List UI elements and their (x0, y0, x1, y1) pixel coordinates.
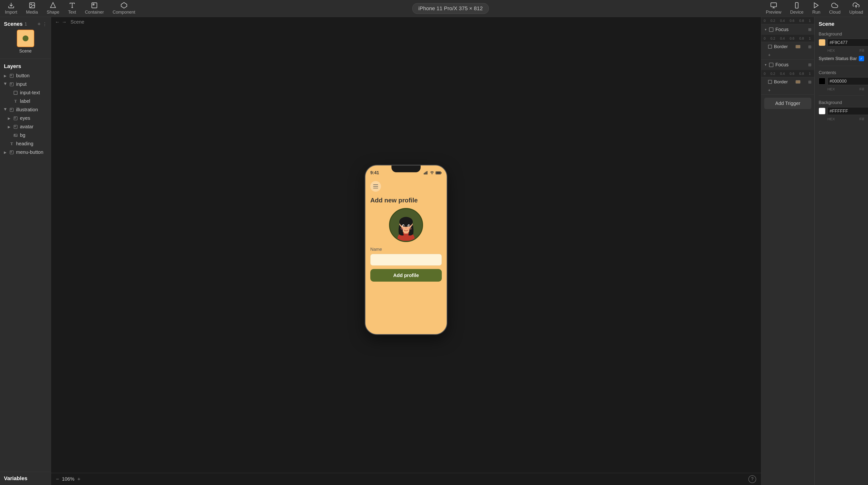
ruler-02: 0.2 (771, 19, 775, 23)
bg-hex-label: HEX (827, 48, 835, 53)
layer-eyes-label: eyes (20, 116, 30, 121)
contents-group: Contents ↗ HEX Fill (819, 70, 864, 91)
bg2-hex-label: HEX (827, 117, 835, 121)
add-trigger-button[interactable]: Add Trigger (764, 98, 811, 109)
border-props-1[interactable]: ⊞ (808, 44, 811, 49)
bg-color-swatch[interactable] (819, 39, 826, 46)
focus-section-1: ▼ Focus ⊞ 0 0.2 0.4 0.6 0.8 1 1.2 Border (761, 24, 814, 60)
contents-hex-label: HEX (827, 87, 835, 91)
fr2-0: 0 (764, 72, 766, 75)
layer-input-text[interactable]: input-text (0, 89, 51, 97)
shape-button[interactable]: Shape (47, 2, 59, 15)
zoom-out-button[interactable]: − (56, 476, 59, 482)
text-icon-label: T (13, 99, 18, 104)
layer-avatar[interactable]: ▶ avatar (0, 123, 51, 131)
border-item-1[interactable]: Border ⊞ (761, 42, 814, 51)
image-icon-bg (13, 133, 18, 138)
svg-rect-30 (425, 172, 426, 174)
name-input-field[interactable] (370, 254, 442, 266)
hamburger-line-3 (373, 188, 378, 188)
focus-expand-1[interactable]: ⊞ (808, 27, 811, 32)
svg-rect-28 (11, 151, 12, 152)
layer-label[interactable]: T label (0, 97, 51, 105)
canvas-scene-label: Scene (70, 19, 84, 25)
scenes-header: Scenes 1 + ⋮ (0, 17, 51, 30)
layer-menu-button-label: menu-button (16, 150, 43, 155)
border-swatch-1 (796, 45, 800, 48)
focus-expand-2[interactable]: ⊞ (808, 62, 811, 67)
border-props-2[interactable]: ⊞ (808, 80, 811, 84)
right-panel-title: Scene (819, 21, 864, 27)
run-button[interactable]: Run (812, 2, 820, 15)
cloud-label: Cloud (829, 10, 840, 15)
bg2-color-swatch[interactable] (819, 108, 826, 115)
upload-button[interactable]: Upload (849, 2, 863, 15)
component-button[interactable]: Component (113, 2, 135, 15)
background2-group: Background ↗ HEX Fill (819, 100, 864, 121)
layer-illustration[interactable]: ▶ illustration (0, 105, 51, 114)
focus-ruler-2: 0 0.2 0.4 0.6 0.8 1 1.2 (761, 70, 814, 77)
ruler-area: 0 0.2 0.4 0.6 0.8 1 1.2 (761, 17, 814, 24)
menu-button-phone[interactable] (370, 181, 381, 192)
system-status-bar-label: System Status Bar (819, 56, 857, 61)
phone-status-icons (424, 171, 442, 174)
zoom-in-button[interactable]: + (77, 476, 81, 482)
add-profile-button[interactable]: Add profile (370, 269, 442, 282)
layer-eyes[interactable]: ▶ eyes (0, 114, 51, 123)
back-button[interactable]: ← (55, 19, 60, 25)
add-scene-button[interactable]: + (37, 21, 41, 27)
focus-header-2[interactable]: ▼ Focus ⊞ (761, 60, 814, 70)
contents-color-input[interactable] (827, 77, 868, 85)
preview-label: Preview (766, 10, 781, 15)
bg2-color-input[interactable] (827, 107, 868, 115)
run-label: Run (812, 10, 820, 15)
component-icon-button (9, 73, 14, 78)
text-button[interactable]: Text (68, 2, 76, 15)
svg-point-47 (409, 225, 410, 226)
focus-header-1[interactable]: ▼ Focus ⊞ (761, 24, 814, 35)
bg2-color-row: ↗ (819, 107, 864, 115)
svg-rect-25 (14, 134, 17, 136)
border-label-2: Border (774, 79, 788, 85)
name-label: Name (370, 247, 442, 252)
component-icon-menu-button (9, 150, 14, 155)
canvas-body[interactable]: 9:41 (51, 27, 761, 473)
device-badge[interactable]: iPhone 11 Pro/X 375 × 812 (412, 3, 489, 14)
toolbar-right: Preview Device Run Cloud (766, 2, 863, 15)
layer-menu-button[interactable]: ▶ menu-button (0, 148, 51, 157)
contents-color-swatch[interactable] (819, 78, 826, 85)
layer-button[interactable]: ▶ button (0, 71, 51, 80)
contents-fill-label: Fill (860, 87, 864, 91)
layers-list: ▶ button ▶ input (0, 71, 51, 472)
ruler-1: 1 (809, 19, 811, 23)
nav-arrows: ← → (55, 19, 67, 25)
background-label: Background (819, 32, 864, 37)
import-button[interactable]: Import (5, 2, 17, 15)
forward-button[interactable]: → (62, 19, 67, 25)
fr1-04: 0.4 (780, 36, 785, 40)
component-icon-avatar (13, 124, 18, 129)
media-button[interactable]: Media (26, 2, 38, 15)
contents-label: Contents (819, 70, 864, 75)
layer-arrow-illustration: ▶ (4, 108, 7, 111)
variables-section: Variables (0, 472, 51, 485)
scenes-options-button[interactable]: ⋮ (42, 21, 47, 27)
fr2-04: 0.4 (780, 72, 785, 75)
help-button[interactable]: ? (748, 475, 756, 483)
system-status-bar-checkbox[interactable]: ✓ (859, 56, 864, 61)
svg-rect-20 (11, 109, 12, 110)
scene-thumb-preview (17, 30, 34, 47)
container-button[interactable]: Container (85, 2, 104, 15)
preview-button[interactable]: Preview (766, 2, 781, 15)
upload-label: Upload (849, 10, 863, 15)
device-button[interactable]: Device (790, 2, 804, 15)
fr2-1: 1 (809, 72, 811, 75)
layer-input[interactable]: ▶ input (0, 80, 51, 89)
scene-thumbnail[interactable]: Scene (4, 30, 47, 54)
layer-heading[interactable]: T heading (0, 139, 51, 148)
bg-color-input[interactable] (827, 39, 868, 46)
border-item-2[interactable]: Border ⊞ (761, 77, 814, 87)
layer-bg[interactable]: bg (0, 131, 51, 139)
cloud-button[interactable]: Cloud (829, 2, 840, 15)
toolbar-center: iPhone 11 Pro/X 375 × 812 (135, 3, 766, 14)
